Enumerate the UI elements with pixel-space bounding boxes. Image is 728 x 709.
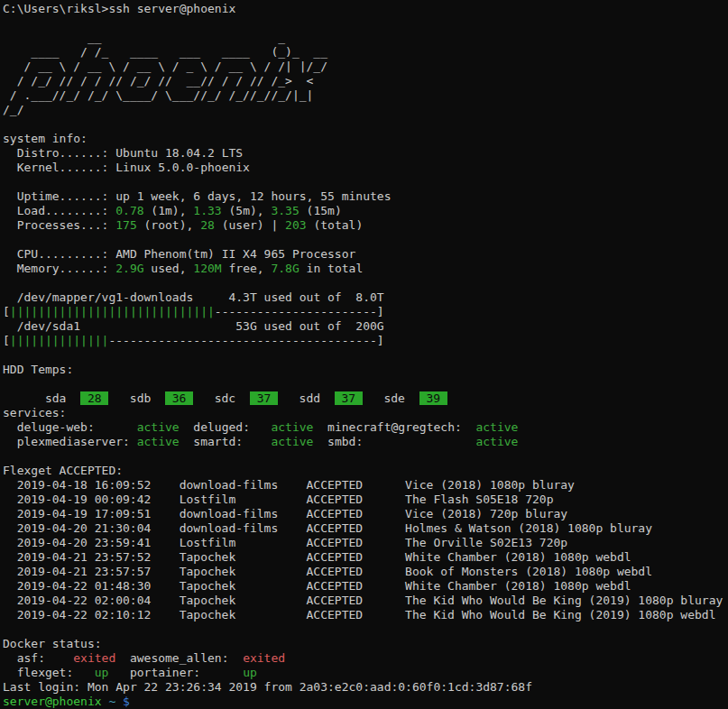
- pad: [95, 420, 137, 434]
- disk-usage-bar2: [||||||||||||||-------------------------…: [3, 334, 728, 348]
- volume-device: /dev/mapper/vg1-downloads: [3, 290, 193, 304]
- bar-free: -----------------------: [215, 305, 377, 318]
- sep: free,: [222, 262, 272, 275]
- prompt-symbol: $: [123, 695, 130, 708]
- flexget-title: White Chamber (2018) 1080p webdl: [405, 550, 631, 564]
- distro-value: Ubuntu 18.04.2 LTS: [115, 146, 243, 160]
- flexget-row: 2019-04-20 21:30:04download-filmsACCEPTE…: [3, 521, 728, 536]
- flexget-status: ACCEPTED: [307, 521, 364, 535]
- service-name: deluged:: [180, 420, 250, 434]
- sep: (5m),: [222, 204, 272, 217]
- sep: in total: [299, 262, 363, 275]
- volume-device: /dev/sda1: [3, 319, 80, 333]
- phoenix-ascii-banner: __ _ ____ / /_ ____ ___ ____ (_)_ __ / _…: [3, 31, 728, 117]
- flexget-tracker: download-films: [180, 507, 279, 521]
- uptime-label: Uptime......:: [3, 189, 115, 203]
- flexget-tracker: Tapochek: [180, 579, 279, 594]
- flexget-status: ACCEPTED: [307, 579, 364, 593]
- flexget-rows: 2019-04-18 16:09:52download-filmsACCEPTE…: [3, 478, 728, 622]
- sep: (user) |: [215, 218, 285, 232]
- sep: (1m),: [144, 204, 194, 217]
- flexget-row: 2019-04-21 23:57:52TapochekACCEPTEDWhite…: [3, 550, 728, 565]
- uptime-value: up 1 week, 6 days, 12 hours, 55 minutes: [115, 189, 391, 203]
- service-name: smbd:: [313, 435, 363, 448]
- flexget-tracker: Lostfilm: [180, 536, 279, 550]
- hdd-drive: sda28: [31, 391, 108, 405]
- shell-prompt[interactable]: server@phoenix ~ $: [3, 695, 728, 709]
- last-login-line: Last login: Mon Apr 22 23:26:34 2019 fro…: [3, 680, 728, 695]
- flexget-title: White Chamber (2018) 1080p webdl: [405, 579, 631, 593]
- service-name: minecraft@gregtech:: [313, 420, 461, 434]
- blank-line: [3, 233, 728, 247]
- flexget-title: The Kid Who Would Be King (2019) 1080p w…: [405, 608, 715, 622]
- blank-line: [3, 348, 728, 363]
- kernel-line: Kernel......: Linux 5.0.0-phoenix: [3, 161, 728, 175]
- flexget-title: The Kid Who Would Be King (2019) 1080p b…: [405, 594, 723, 607]
- flexget-timestamp: 2019-04-22 02:00:04: [17, 594, 152, 607]
- flexget-tracker: Lostfilm: [180, 493, 279, 507]
- flexget-timestamp: 2019-04-18 16:09:52: [17, 478, 152, 492]
- hdd-drive: sdc37: [193, 391, 278, 405]
- service-status: active: [137, 435, 180, 448]
- container-status: exited: [243, 651, 285, 665]
- load-1m: 0.78: [115, 204, 143, 217]
- processes-line: Processes...: 175 (root), 28 (user) | 20…: [3, 218, 728, 233]
- container-status: exited: [73, 651, 115, 665]
- container-name: portainer:: [108, 666, 200, 679]
- processes-root: 175: [115, 218, 136, 232]
- flexget-row: 2019-04-22 02:10:12TapochekACCEPTEDThe K…: [3, 608, 728, 622]
- flexget-tracker: Tapochek: [180, 565, 279, 579]
- bar-bracket: ]: [377, 334, 384, 347]
- hdd-drive: sdd37: [278, 391, 363, 405]
- memory-line: Memory......: 2.9G used, 120M free, 7.8G…: [3, 262, 728, 276]
- flexget-status: ACCEPTED: [307, 507, 364, 520]
- sep: (total): [307, 218, 364, 232]
- distro-label: Distro......:: [3, 146, 115, 160]
- hdd-temp-badge: 37: [335, 391, 363, 405]
- sep: [115, 695, 123, 708]
- flexget-title: The Orville S02E13 720p: [405, 536, 567, 549]
- blank-line: [3, 276, 728, 290]
- service-status: active: [271, 435, 313, 448]
- container-status: up: [95, 666, 109, 679]
- hdd-drive: sdb36: [108, 391, 193, 405]
- pad: [228, 651, 243, 665]
- flexget-row: 2019-04-20 23:59:41LostfilmACCEPTEDThe O…: [3, 536, 728, 550]
- flexget-title: Vice (2018) 1080p bluray: [405, 478, 575, 492]
- sep: used,: [144, 262, 194, 275]
- pad: [462, 420, 476, 434]
- flexget-status: ACCEPTED: [307, 550, 364, 564]
- distro-line: Distro......: Ubuntu 18.04.2 LTS: [3, 146, 728, 161]
- memory-total: 7.8G: [271, 262, 299, 275]
- load-line: Load........: 0.78 (1m), 1.33 (5m), 3.35…: [3, 204, 728, 218]
- pad: [200, 666, 243, 679]
- service-status: active: [137, 420, 180, 434]
- flexget-timestamp: 2019-04-21 23:57:57: [17, 565, 152, 578]
- blank-line: [3, 622, 728, 637]
- blank-line: [3, 175, 728, 189]
- flexget-timestamp: 2019-04-19 00:09:42: [17, 493, 152, 506]
- cpu-value: AMD Phenom(tm) II X4 965 Processor: [115, 247, 355, 261]
- bar-bracket: [: [3, 334, 10, 347]
- terminal-window[interactable]: C:\Users\riksl>ssh server@phoenix __ _ _…: [0, 0, 728, 709]
- cpu-line: CPU.........: AMD Phenom(tm) II X4 965 P…: [3, 247, 728, 262]
- hdd-drive-name: sda: [45, 391, 66, 405]
- flexget-timestamp: 2019-04-19 17:09:51: [17, 507, 152, 520]
- kernel-value: Linux 5.0.0-phoenix: [115, 161, 250, 174]
- bar-bracket: [: [3, 305, 10, 318]
- service-status: active: [475, 420, 518, 434]
- flexget-title: The Flash S05E18 720p: [405, 493, 553, 506]
- service-name: plexmediaserver:: [3, 435, 130, 448]
- pad: [363, 435, 475, 448]
- sysinfo-header: system info:: [3, 132, 728, 146]
- volume-usage: 53G used out of 200G: [80, 319, 384, 333]
- prompt-user-host: server@phoenix: [3, 695, 102, 708]
- memory-label: Memory......:: [3, 262, 115, 275]
- service-name: smartd:: [180, 435, 243, 448]
- cpu-label: CPU.........:: [3, 247, 115, 261]
- disk-usage-bar1: [|||||||||||||||||||||||||||||----------…: [3, 305, 728, 319]
- container-status: up: [243, 666, 257, 679]
- windows-prompt-command: C:\Users\riksl>ssh server@phoenix: [3, 2, 728, 16]
- load-label: Load........:: [3, 204, 115, 217]
- blank-line: [3, 16, 728, 31]
